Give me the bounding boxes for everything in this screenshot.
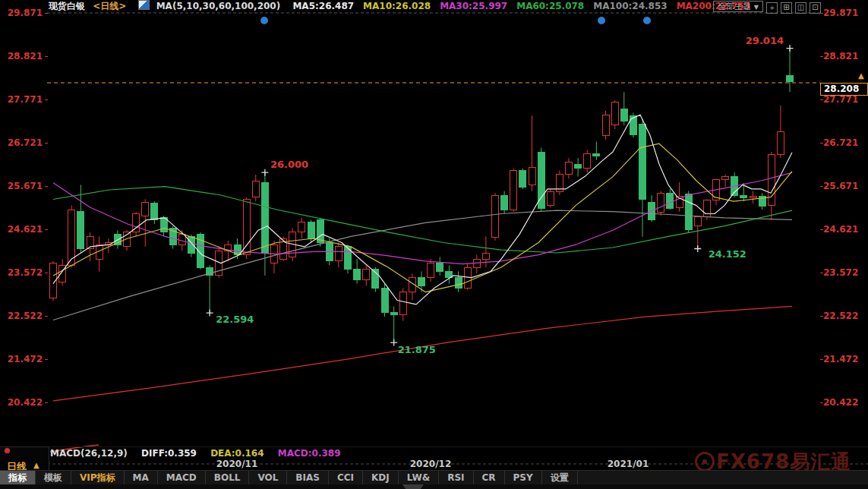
tab-RSI[interactable]: RSI (439, 471, 473, 484)
fx678-logo-icon (695, 452, 715, 472)
tab-PSY[interactable]: PSY (505, 471, 542, 484)
price-axis-label: 22.522 (823, 311, 858, 321)
price-axis-label: 23.572 (0, 267, 43, 278)
tab-BOLL[interactable]: BOLL (206, 471, 250, 484)
tab-VIP指标[interactable]: VIP指标 (71, 471, 125, 484)
axis-tick (820, 143, 823, 144)
price-axis-label: 24.621 (823, 224, 858, 235)
price-axis-label: 22.522 (0, 311, 43, 321)
candlestick-chart[interactable]: 26.00022.59421.87524.15229.014 (0, 0, 868, 489)
macd-indicator-bar: MACD(26,12,9) DIFF:0.359 DEA:0.164 MACD:… (50, 448, 352, 459)
axis-tick (45, 316, 48, 317)
last-price-tag: 28.208 (820, 83, 868, 96)
axis-tick (820, 359, 823, 360)
record-dot-icon (5, 448, 10, 453)
extreme-price-label: 24.152 (709, 248, 746, 260)
price-axis-label: 23.572 (823, 267, 858, 278)
chevron-down-icon: ▼ (754, 4, 759, 11)
axis-tick (45, 229, 48, 230)
price-axis-label: 27.771 (823, 94, 858, 105)
watermark: FX678易汇通 (695, 452, 851, 472)
ma-legend: MA5:26.487MA10:26.028MA30:25.997MA60:25.… (292, 1, 759, 11)
theme-dropdown-label: 全部主题 (718, 2, 751, 11)
price-axis-label: 20.422 (0, 397, 43, 408)
period-tag[interactable]: <日线> (93, 1, 126, 11)
theme-dropdown[interactable]: 全部主题 ▼ (713, 1, 763, 12)
tab-KDJ[interactable]: KDJ (363, 471, 399, 484)
price-axis-label: 26.721 (0, 137, 43, 148)
macd-dea-value: DEA:0.164 (210, 448, 264, 459)
date-axis-label: 2020/12 (410, 459, 451, 469)
axis-tick (820, 316, 823, 317)
cross-marker-icon (261, 169, 268, 176)
date-axis-label: 2020/11 (216, 459, 257, 469)
triangle-up-icon[interactable]: ▲ (33, 461, 39, 469)
tab-LW&[interactable]: LW& (399, 471, 439, 484)
cross-marker-icon (694, 245, 701, 252)
macd-macd-value: MACD:0.389 (278, 448, 341, 459)
pane-grid-button-icon[interactable]: ⊞ (781, 2, 792, 14)
price-axis-label: 21.472 (0, 354, 43, 364)
axis-tick (820, 402, 823, 403)
axis-tick (45, 359, 48, 360)
price-axis-label: 25.671 (823, 181, 858, 191)
ma-legend-value: MA30:25.997 (440, 1, 507, 11)
event-dot-icon[interactable] (260, 17, 268, 24)
macd-params[interactable]: MACD(26,12,9) (50, 448, 128, 459)
collapse-handle[interactable] (402, 484, 424, 489)
pane-expand-button-icon[interactable]: ⊡ (810, 2, 821, 14)
extreme-price-label: 22.594 (216, 314, 254, 325)
cross-marker-icon (207, 310, 213, 317)
ma-legend-value: MA60:25.078 (516, 1, 584, 11)
price-arrow-icon: ▲ (858, 71, 864, 80)
axis-tick (820, 56, 823, 57)
window-tool-buttons: ＋⊞◫⊡ (763, 0, 821, 14)
price-axis-label: 28.821 (0, 51, 43, 62)
ma-settings-label[interactable]: MA(5,10,30,60,100,200) (156, 1, 281, 11)
axis-tick (820, 13, 823, 14)
price-axis-label: 28.821 (823, 51, 858, 62)
symbol-title: 现货白银 (49, 1, 85, 11)
price-axis-label: 25.671 (0, 181, 43, 191)
pane-split-button-icon[interactable]: ◫ (795, 2, 806, 14)
event-marker-dots (260, 17, 651, 24)
tab-模板[interactable]: 模板 (36, 471, 71, 484)
axis-tick (45, 186, 48, 187)
header-controls: 全部主题 ▼ ＋⊞◫⊡ (713, 1, 821, 11)
price-axis-label: 29.871 (823, 8, 858, 18)
tab-BIAS[interactable]: BIAS (287, 471, 329, 484)
ma-legend-value: MA10:26.028 (363, 1, 431, 11)
tab-指标[interactable]: 指标 (0, 471, 36, 484)
axis-tick (820, 229, 823, 230)
axis-tick (45, 99, 48, 100)
ma-legend-value: MA5:26.487 (292, 1, 354, 11)
macd-diff-value: DIFF:0.359 (141, 448, 197, 459)
trading-chart-window: 26.00022.59421.87524.15229.014 现货白银 <日线>… (0, 0, 868, 489)
tab-CCI[interactable]: CCI (329, 471, 363, 484)
cross-marker-icon (787, 45, 794, 52)
tab-MA[interactable]: MA (125, 471, 158, 484)
event-dot-icon[interactable] (643, 17, 651, 24)
extreme-price-label: 21.875 (398, 344, 436, 355)
price-axis-label: 21.472 (823, 354, 858, 364)
axis-tick (45, 13, 48, 14)
tab-设置[interactable]: 设置 (542, 471, 578, 484)
axis-tick (820, 99, 823, 100)
tab-MACD[interactable]: MACD (158, 471, 206, 484)
axis-tick (45, 56, 48, 57)
pane-divider (0, 446, 868, 447)
price-axis-label: 27.771 (0, 94, 43, 105)
event-dot-icon[interactable] (598, 17, 605, 24)
ma-legend-value: MA100:24.853 (593, 1, 667, 11)
crosshair-button-icon[interactable]: ＋ (766, 2, 778, 14)
axis-tick (820, 186, 823, 187)
chart-header: 现货白银 <日线> MA(5,10,30,60,100,200) MA5:26.… (49, 0, 759, 11)
candles-layer (50, 49, 794, 343)
tab-CR[interactable]: CR (474, 471, 505, 484)
tab-VOL[interactable]: VOL (249, 471, 287, 484)
ma5-line (53, 115, 792, 304)
axis-tick (820, 273, 823, 273)
bottom-strip (0, 484, 868, 489)
axis-tick (45, 402, 48, 403)
period-panel: 日线 ▲ (0, 446, 49, 471)
